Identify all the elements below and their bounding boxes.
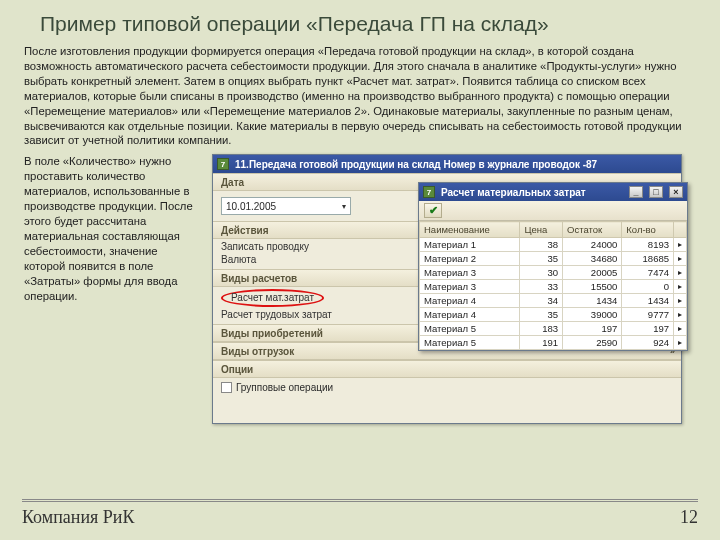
- slide-title: Пример типовой операции «Передача ГП на …: [40, 12, 696, 36]
- table-row[interactable]: Материал 5183197197▸: [420, 322, 687, 336]
- app-icon: 7: [423, 186, 435, 198]
- row-expand-icon[interactable]: ▸: [674, 308, 687, 322]
- child-window-title: Расчет материальных затрат: [441, 187, 586, 198]
- confirm-button[interactable]: ✔: [424, 203, 442, 218]
- table-row[interactable]: Материал 435390009777▸: [420, 308, 687, 322]
- row-expand-icon[interactable]: ▸: [674, 294, 687, 308]
- table-row[interactable]: Материал 2353468018685▸: [420, 252, 687, 266]
- materials-table: Наименование Цена Остаток Кол-во Материа…: [419, 221, 687, 350]
- table-row[interactable]: Материал 333155000▸: [420, 280, 687, 294]
- date-input[interactable]: 10.01.2005 ▾: [221, 197, 351, 215]
- footer-rule: [22, 499, 698, 500]
- intro-paragraph: После изготовления продукции формируется…: [24, 44, 696, 148]
- col-price[interactable]: Цена: [520, 222, 563, 238]
- table-row[interactable]: Материал 138240008193▸: [420, 238, 687, 252]
- app-icon: 7: [217, 158, 229, 170]
- group-ops-checkbox[interactable]: [221, 382, 232, 393]
- row-expand-icon[interactable]: ▸: [674, 252, 687, 266]
- row-expand-icon[interactable]: ▸: [674, 266, 687, 280]
- group-ops-label: Групповые операции: [236, 382, 333, 393]
- col-arrow: [674, 222, 687, 238]
- side-paragraph: В поле «Количество» нужно проставить кол…: [24, 154, 202, 303]
- section-options-header[interactable]: Опции: [213, 360, 681, 378]
- main-titlebar: 7 11.Передача готовой продукции на склад…: [213, 155, 681, 173]
- child-titlebar: 7 Расчет материальных затрат _ □ ×: [419, 183, 687, 201]
- materials-window: 7 Расчет материальных затрат _ □ × ✔ Наи…: [418, 182, 688, 351]
- footer-page-number: 12: [680, 507, 698, 528]
- dropdown-icon[interactable]: ▾: [342, 202, 346, 211]
- col-name[interactable]: Наименование: [420, 222, 520, 238]
- close-button[interactable]: ×: [669, 186, 683, 198]
- footer-company: Компания РиК: [22, 507, 134, 528]
- row-expand-icon[interactable]: ▸: [674, 238, 687, 252]
- maximize-button[interactable]: □: [649, 186, 663, 198]
- col-qty[interactable]: Кол-во: [622, 222, 674, 238]
- date-value: 10.01.2005: [226, 201, 276, 212]
- minimize-button[interactable]: _: [629, 186, 643, 198]
- row-expand-icon[interactable]: ▸: [674, 336, 687, 350]
- table-row[interactable]: Материал 51912590924▸: [420, 336, 687, 350]
- footer-rule: [22, 501, 698, 502]
- col-balance[interactable]: Остаток: [563, 222, 622, 238]
- row-expand-icon[interactable]: ▸: [674, 322, 687, 336]
- main-window-title: 11.Передача готовой продукции на склад Н…: [235, 159, 597, 170]
- table-row[interactable]: Материал 43414341434▸: [420, 294, 687, 308]
- table-row[interactable]: Материал 330200057474▸: [420, 266, 687, 280]
- row-expand-icon[interactable]: ▸: [674, 280, 687, 294]
